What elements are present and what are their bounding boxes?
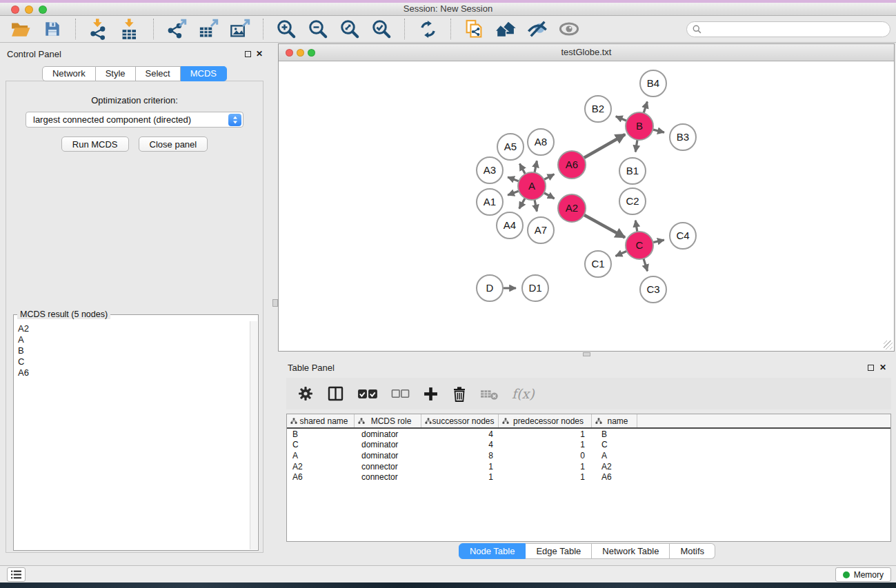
column-header[interactable]: predecessor nodes bbox=[499, 414, 592, 427]
table-cell[interactable]: connector bbox=[355, 472, 421, 482]
mcds-result-item[interactable]: B bbox=[18, 345, 257, 356]
table-row[interactable]: Cdominator41C bbox=[287, 440, 890, 451]
tab-motifs[interactable]: Motifs bbox=[670, 543, 715, 559]
node-table[interactable]: shared nameMCDS rolesuccessor nodesprede… bbox=[286, 414, 891, 542]
zoom-selected-button[interactable] bbox=[369, 17, 394, 41]
table-cell[interactable]: C bbox=[592, 440, 637, 449]
column-header[interactable]: MCDS role bbox=[355, 414, 421, 427]
tab-network-table[interactable]: Network Table bbox=[592, 543, 670, 559]
table-cell[interactable]: A bbox=[287, 451, 355, 460]
mcds-result-item[interactable]: C bbox=[18, 356, 257, 367]
vertical-splitter-handle[interactable] bbox=[272, 299, 278, 307]
tab-mcds[interactable]: MCDS bbox=[181, 66, 227, 81]
float-panel-icon[interactable] bbox=[245, 51, 251, 57]
table-row[interactable]: A6connector11A6 bbox=[287, 472, 890, 483]
network-from-selection-button[interactable] bbox=[461, 17, 486, 41]
import-table-button[interactable] bbox=[118, 17, 143, 41]
table-cell[interactable]: 8 bbox=[421, 451, 499, 460]
graph-node-D1[interactable]: D1 bbox=[522, 275, 548, 301]
table-cell[interactable]: 1 bbox=[499, 429, 592, 439]
delete-column-button[interactable] bbox=[452, 385, 467, 403]
network-window-titlebar[interactable]: testGlobe.txt bbox=[279, 44, 894, 61]
home-button[interactable] bbox=[493, 17, 518, 41]
graph-node-A3[interactable]: A3 bbox=[477, 157, 503, 183]
graph-node-B4[interactable]: B4 bbox=[640, 70, 666, 97]
graph-node-B[interactable]: B bbox=[626, 112, 653, 140]
zoom-fit-button[interactable] bbox=[337, 17, 362, 41]
table-cell[interactable]: dominator bbox=[355, 451, 421, 460]
memory-button[interactable]: Memory bbox=[835, 567, 891, 582]
table-row[interactable]: Adominator80A bbox=[287, 450, 890, 461]
deselect-all-button[interactable] bbox=[391, 389, 410, 398]
column-header[interactable]: successor nodes bbox=[421, 414, 499, 427]
zoom-window-button[interactable] bbox=[39, 6, 47, 14]
column-header[interactable]: shared name bbox=[287, 414, 355, 427]
save-session-button[interactable] bbox=[40, 17, 65, 41]
graph-node-B3[interactable]: B3 bbox=[670, 124, 696, 150]
horizontal-splitter-handle[interactable] bbox=[583, 352, 590, 356]
open-session-button[interactable] bbox=[8, 17, 33, 41]
table-cell[interactable]: A2 bbox=[287, 462, 355, 472]
result-scrollbar[interactable] bbox=[250, 321, 257, 549]
optimization-criterion-dropdown[interactable]: largest connected component (directed) bbox=[26, 112, 243, 128]
graph-node-A7[interactable]: A7 bbox=[528, 217, 554, 243]
table-cell[interactable]: 1 bbox=[499, 462, 592, 472]
graph-node-A8[interactable]: A8 bbox=[528, 129, 554, 155]
graph-node-B1[interactable]: B1 bbox=[619, 158, 646, 184]
zoom-out-button[interactable] bbox=[306, 17, 330, 41]
table-cell[interactable]: 1 bbox=[421, 472, 499, 482]
add-column-button[interactable] bbox=[423, 386, 439, 402]
table-row[interactable]: A2connector11A2 bbox=[287, 461, 890, 472]
graph-node-C[interactable]: C bbox=[626, 232, 653, 259]
task-history-button[interactable] bbox=[7, 567, 26, 582]
tab-node-table[interactable]: Node Table bbox=[459, 543, 526, 559]
export-table-button[interactable] bbox=[196, 17, 221, 41]
hide-selected-button[interactable] bbox=[525, 17, 550, 41]
table-cell[interactable]: C bbox=[287, 440, 355, 449]
resize-grip-icon[interactable] bbox=[884, 341, 893, 349]
table-cell[interactable]: A bbox=[592, 451, 637, 460]
graph-node-A1[interactable]: A1 bbox=[477, 189, 503, 215]
graph-node-C2[interactable]: C2 bbox=[619, 188, 646, 214]
table-cell[interactable]: 4 bbox=[421, 429, 499, 439]
table-cell[interactable]: B bbox=[287, 429, 355, 439]
table-cell[interactable]: A6 bbox=[592, 472, 637, 482]
table-cell[interactable]: 1 bbox=[499, 472, 592, 482]
zoom-network-button[interactable] bbox=[308, 49, 315, 57]
float-table-panel-icon[interactable] bbox=[868, 365, 874, 371]
graph-node-A[interactable]: A bbox=[518, 172, 546, 200]
tab-network[interactable]: Network bbox=[42, 66, 96, 81]
function-builder-button[interactable]: f(x) bbox=[512, 386, 535, 401]
table-settings-button[interactable] bbox=[297, 385, 314, 402]
table-cell[interactable]: 0 bbox=[499, 451, 592, 460]
delete-table-button[interactable] bbox=[480, 387, 499, 401]
minimize-window-button[interactable] bbox=[25, 6, 33, 14]
graph-node-C3[interactable]: C3 bbox=[640, 276, 666, 303]
graph-node-A4[interactable]: A4 bbox=[497, 212, 523, 239]
tab-edge-table[interactable]: Edge Table bbox=[526, 543, 592, 559]
mcds-result-item[interactable]: A6 bbox=[18, 367, 257, 378]
table-cell[interactable]: B bbox=[592, 429, 637, 439]
table-cell[interactable]: 4 bbox=[421, 440, 499, 449]
mcds-result-item[interactable]: A2 bbox=[18, 323, 257, 334]
table-row[interactable]: Bdominator41B bbox=[287, 429, 890, 440]
select-all-button[interactable] bbox=[357, 389, 378, 399]
minimize-network-button[interactable] bbox=[297, 49, 304, 57]
close-network-button[interactable] bbox=[286, 49, 293, 57]
close-panel-icon[interactable]: ✕ bbox=[256, 50, 263, 58]
refresh-button[interactable] bbox=[415, 17, 440, 41]
close-window-button[interactable] bbox=[11, 6, 19, 14]
network-canvas[interactable]: B4B2BB3A5A8A6A3B1AC2A1A2A4A7C4CC1DD1C3 bbox=[279, 61, 894, 351]
search-input[interactable] bbox=[705, 25, 884, 34]
graph-node-B2[interactable]: B2 bbox=[585, 96, 611, 122]
table-cell[interactable]: dominator bbox=[355, 440, 421, 449]
show-columns-button[interactable] bbox=[327, 385, 344, 402]
close-table-panel-icon[interactable]: ✕ bbox=[879, 363, 886, 372]
table-cell[interactable]: A2 bbox=[592, 462, 637, 472]
tab-select[interactable]: Select bbox=[136, 66, 181, 81]
graph-node-A5[interactable]: A5 bbox=[497, 134, 524, 160]
column-header[interactable]: name bbox=[592, 414, 637, 427]
show-all-button[interactable] bbox=[557, 17, 581, 41]
close-panel-button[interactable]: Close panel bbox=[139, 136, 208, 152]
table-cell[interactable]: dominator bbox=[355, 429, 421, 439]
